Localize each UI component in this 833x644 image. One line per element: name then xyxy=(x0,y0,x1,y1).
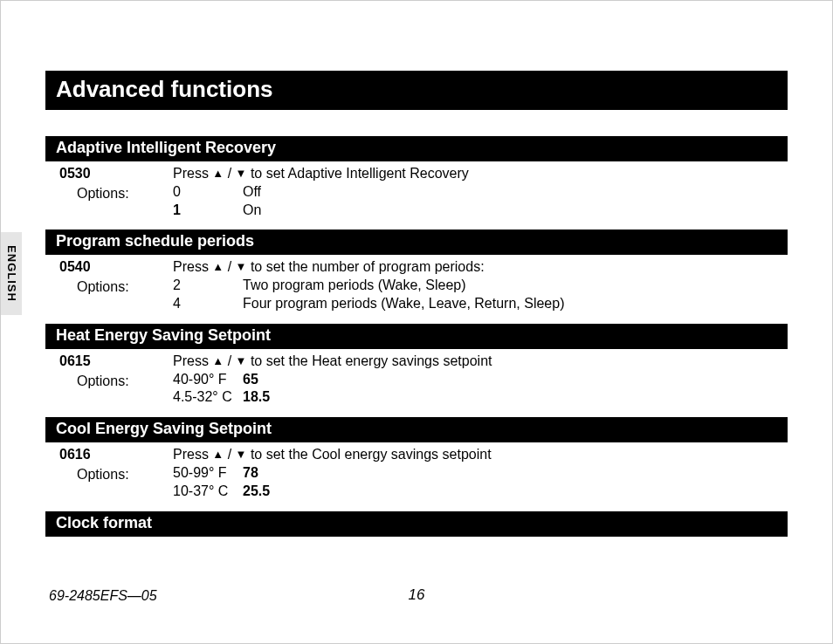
option-text: Two program periods (Wake, Sleep) xyxy=(243,277,466,295)
section-body: 0540Options:Press ▲ / ▼ to set the numbe… xyxy=(49,255,784,323)
press-instruction: Press ▲ / ▼ to set the Heat energy savin… xyxy=(173,353,784,371)
function-code: 0616Options: xyxy=(59,446,173,500)
function-description: Press ▲ / ▼ to set the Cool energy savin… xyxy=(173,446,784,500)
page-title-bar: Advanced functions xyxy=(45,71,788,110)
press-instruction: Press ▲ / ▼ to set the number of program… xyxy=(173,258,784,277)
option-key: 10-37° C xyxy=(173,483,243,501)
option-line: 40-90° F65 xyxy=(173,371,784,389)
section-header: Heat Energy Saving Setpoint xyxy=(45,324,788,349)
option-text: 25.5 xyxy=(243,483,270,501)
option-line: 4.5-32° C18.5 xyxy=(173,388,784,407)
options-label: Options: xyxy=(59,464,173,484)
option-line: 50-99° F78 xyxy=(173,464,784,483)
section-body: 0530Options:Press ▲ / ▼ to set Adaptive … xyxy=(49,161,784,230)
down-arrow-icon: ▼ xyxy=(236,448,247,461)
page-footer: 69-2485EFS—05 16 xyxy=(49,585,784,604)
language-tab: ENGLISH xyxy=(1,232,22,315)
option-key: 2 xyxy=(173,277,243,295)
function-description: Press ▲ / ▼ to set the Heat energy savin… xyxy=(173,353,784,407)
options-label: Options: xyxy=(59,277,173,297)
page-title: Advanced functions xyxy=(56,76,777,103)
option-text: Off xyxy=(243,183,261,202)
function-code: 0530Options: xyxy=(59,165,173,219)
up-arrow-icon: ▲ xyxy=(212,260,224,273)
options-label: Options: xyxy=(59,371,173,391)
option-line: 10-37° C25.5 xyxy=(173,483,784,501)
function-code: 0540Options: xyxy=(59,258,173,312)
option-text: On xyxy=(243,202,261,220)
option-text: 18.5 xyxy=(243,388,270,407)
section-header: Program schedule periods xyxy=(45,230,788,255)
option-key: 0 xyxy=(173,183,243,202)
section-header: Cool Energy Saving Setpoint xyxy=(45,417,788,442)
sections-container: Adaptive Intelligent Recovery0530Options… xyxy=(49,136,784,537)
option-text: 78 xyxy=(243,464,258,483)
manual-page: ENGLISH Advanced functions Adaptive Inte… xyxy=(0,0,833,644)
section-body: 0616Options:Press ▲ / ▼ to set the Cool … xyxy=(49,442,784,510)
option-key: 1 xyxy=(173,202,243,220)
section-header: Clock format xyxy=(45,511,788,537)
option-text: Four program periods (Wake, Leave, Retur… xyxy=(243,295,564,313)
function-description: Press ▲ / ▼ to set Adaptive Intelligent … xyxy=(173,165,784,219)
page-number: 16 xyxy=(49,586,784,604)
function-description: Press ▲ / ▼ to set the number of program… xyxy=(173,258,784,312)
option-text: 65 xyxy=(243,371,258,389)
option-key: 40-90° F xyxy=(173,371,243,389)
up-arrow-icon: ▲ xyxy=(212,354,224,367)
option-line: 1On xyxy=(173,202,784,220)
option-key: 4 xyxy=(173,295,243,313)
section-header: Adaptive Intelligent Recovery xyxy=(45,136,788,161)
options-label: Options: xyxy=(59,183,173,203)
down-arrow-icon: ▼ xyxy=(236,167,247,180)
section-body: 0615Options:Press ▲ / ▼ to set the Heat … xyxy=(49,349,784,417)
option-line: 0Off xyxy=(173,183,784,202)
option-line: 2Two program periods (Wake, Sleep) xyxy=(173,277,784,295)
up-arrow-icon: ▲ xyxy=(212,448,224,461)
function-code: 0615Options: xyxy=(59,353,173,407)
option-key: 4.5-32° C xyxy=(173,388,243,407)
press-instruction: Press ▲ / ▼ to set the Cool energy savin… xyxy=(173,446,784,464)
press-instruction: Press ▲ / ▼ to set Adaptive Intelligent … xyxy=(173,165,784,183)
option-line: 4Four program periods (Wake, Leave, Retu… xyxy=(173,295,784,313)
up-arrow-icon: ▲ xyxy=(212,167,224,180)
down-arrow-icon: ▼ xyxy=(236,354,247,367)
language-label: ENGLISH xyxy=(5,245,18,302)
option-key: 50-99° F xyxy=(173,464,243,483)
down-arrow-icon: ▼ xyxy=(236,260,247,273)
